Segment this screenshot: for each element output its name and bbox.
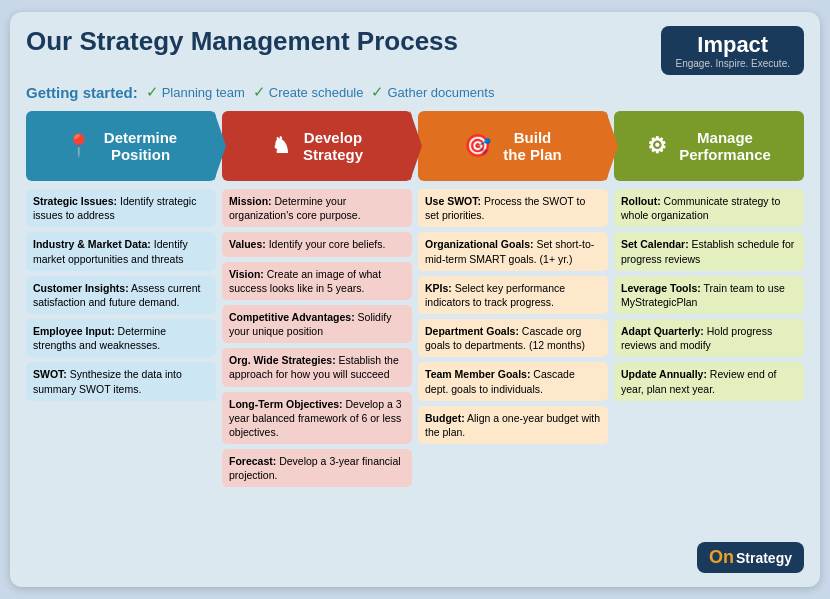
logo-box: OnStrategy [697, 542, 804, 573]
gs-item-documents: ✓ Gather documents [371, 83, 494, 101]
manage-icon: ⚙ [647, 133, 667, 159]
list-item: Department Goals: Cascade org goals to d… [418, 319, 608, 357]
content-row: Strategic Issues: Identify strategic iss… [26, 189, 804, 487]
list-item: Vision: Create an image of what success … [222, 262, 412, 300]
col-develop-title: DevelopStrategy [303, 129, 363, 163]
gs-check-schedule: ✓ [253, 83, 266, 101]
list-item: Values: Identify your core beliefs. [222, 232, 412, 256]
getting-started-label: Getting started: [26, 84, 138, 101]
list-item: Industry & Market Data: Identify market … [26, 232, 216, 270]
list-item: Leverage Tools: Train team to use MyStra… [614, 276, 804, 314]
list-item: Customer Insights: Assess current satisf… [26, 276, 216, 314]
determine-icon: 📍 [65, 133, 92, 159]
columns-row: 📍 DeterminePosition ♞ DevelopStrategy 🎯 … [26, 111, 804, 181]
col-header-manage: ⚙ ManagePerformance [614, 111, 804, 181]
list-item: Update Annually: Review end of year, pla… [614, 362, 804, 400]
impact-box: Impact Engage. Inspire. Execute. [661, 26, 804, 75]
list-item: Organizational Goals: Set short-to-mid-t… [418, 232, 608, 270]
list-item: SWOT: Synthesize the data into summary S… [26, 362, 216, 400]
list-item: Team Member Goals: Cascade dept. goals t… [418, 362, 608, 400]
logo-strategy: Strategy [736, 550, 792, 566]
list-item: Rollout: Communicate strategy to whole o… [614, 189, 804, 227]
col-determine-title: DeterminePosition [104, 129, 177, 163]
main-title: Our Strategy Management Process [26, 26, 458, 57]
list-item: Competitive Advantages: Solidify your un… [222, 305, 412, 343]
list-item: Mission: Determine your organization's c… [222, 189, 412, 227]
col-header-determine: 📍 DeterminePosition [26, 111, 216, 181]
gs-item-schedule: ✓ Create schedule [253, 83, 364, 101]
gs-label-schedule: Create schedule [269, 85, 364, 100]
build-icon: 🎯 [464, 133, 491, 159]
content-col-develop: Mission: Determine your organization's c… [222, 189, 412, 487]
impact-title: Impact [675, 32, 790, 58]
list-item: Employee Input: Determine strengths and … [26, 319, 216, 357]
list-item: KPIs: Select key performance indicators … [418, 276, 608, 314]
list-item: Org. Wide Strategies: Establish the appr… [222, 348, 412, 386]
list-item: Forecast: Develop a 3-year financial pro… [222, 449, 412, 487]
content-col-build: Use SWOT: Process the SWOT to set priori… [418, 189, 608, 487]
content-col-manage: Rollout: Communicate strategy to whole o… [614, 189, 804, 487]
list-item: Use SWOT: Process the SWOT to set priori… [418, 189, 608, 227]
gs-check-planning: ✓ [146, 83, 159, 101]
gs-label-planning: Planning team [162, 85, 245, 100]
gs-item-planning: ✓ Planning team [146, 83, 245, 101]
list-item: Set Calendar: Establish schedule for pro… [614, 232, 804, 270]
col-header-develop: ♞ DevelopStrategy [222, 111, 412, 181]
list-item: Long-Term Objectives: Develop a 3 year b… [222, 392, 412, 445]
gs-check-documents: ✓ [371, 83, 384, 101]
logo-on: On [709, 547, 734, 568]
col-build-title: Buildthe Plan [503, 129, 561, 163]
content-col-determine: Strategic Issues: Identify strategic iss… [26, 189, 216, 487]
header-row: Our Strategy Management Process Impact E… [26, 26, 804, 75]
impact-sub: Engage. Inspire. Execute. [675, 58, 790, 69]
col-header-build: 🎯 Buildthe Plan [418, 111, 608, 181]
develop-icon: ♞ [271, 133, 291, 159]
list-item: Strategic Issues: Identify strategic iss… [26, 189, 216, 227]
gs-label-documents: Gather documents [387, 85, 494, 100]
list-item: Budget: Align a one-year budget with the… [418, 406, 608, 444]
getting-started-row: Getting started: ✓ Planning team ✓ Creat… [26, 83, 804, 101]
main-card: Our Strategy Management Process Impact E… [10, 12, 820, 587]
col-manage-title: ManagePerformance [679, 129, 771, 163]
list-item: Adapt Quarterly: Hold progress reviews a… [614, 319, 804, 357]
